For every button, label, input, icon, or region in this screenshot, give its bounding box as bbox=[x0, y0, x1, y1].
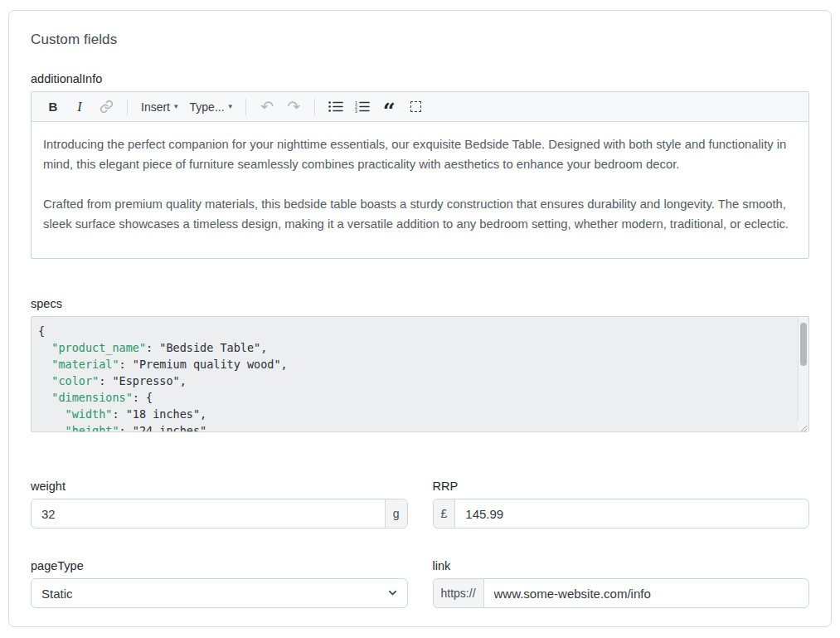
redo-button[interactable]: ↷ bbox=[283, 96, 304, 118]
protocol-addon: https:// bbox=[434, 579, 484, 607]
pagetype-select-wrap: Static bbox=[31, 578, 408, 608]
toolbar-divider bbox=[245, 99, 246, 115]
insert-menu-label: Insert bbox=[141, 100, 170, 114]
ordered-list-icon: 1 2 3 bbox=[355, 100, 370, 113]
rrp-label: RRP bbox=[433, 480, 810, 493]
svg-text:3: 3 bbox=[355, 109, 357, 113]
insert-menu-button[interactable]: Insert ▾ bbox=[138, 96, 182, 118]
undo-button[interactable]: ↶ bbox=[256, 96, 278, 118]
additionalinfo-label: additionalInfo bbox=[31, 72, 809, 85]
weight-input[interactable] bbox=[32, 499, 385, 528]
redo-icon: ↷ bbox=[287, 99, 300, 114]
pagetype-field-group: pageType Static bbox=[31, 559, 408, 608]
toolbar-divider bbox=[314, 99, 315, 115]
bullet-list-button[interactable] bbox=[325, 96, 347, 118]
specs-code[interactable]: { "product_name": "Bedside Table", "mate… bbox=[32, 317, 798, 431]
resize-grip[interactable] bbox=[798, 421, 808, 431]
link-input-group: https:// bbox=[433, 578, 810, 608]
field-row-1: weight g RRP £ bbox=[31, 480, 809, 528]
specs-scrollbar[interactable] bbox=[798, 317, 808, 431]
link-button[interactable] bbox=[95, 96, 117, 118]
ordered-list-button[interactable]: 1 2 3 bbox=[352, 96, 373, 118]
link-icon bbox=[100, 100, 114, 114]
weight-input-group: g bbox=[31, 499, 408, 528]
custom-fields-card: Custom fields additionalInfo B I Insert … bbox=[8, 10, 832, 627]
rrp-field-group: RRP £ bbox=[433, 480, 810, 528]
blockquote-button[interactable]: “ bbox=[378, 96, 400, 118]
pagetype-select[interactable]: Static bbox=[31, 578, 408, 608]
specs-editor[interactable]: { "product_name": "Bedside Table", "mate… bbox=[31, 316, 809, 432]
currency-addon: £ bbox=[434, 499, 456, 528]
weight-unit-addon: g bbox=[385, 499, 407, 528]
italic-button[interactable]: I bbox=[69, 96, 90, 118]
undo-icon: ↶ bbox=[260, 99, 274, 114]
blockquote-icon: “ bbox=[383, 107, 396, 115]
weight-field-group: weight g bbox=[31, 480, 408, 528]
editor-content[interactable]: Introducing the perfect companion for yo… bbox=[32, 122, 808, 258]
link-label: link bbox=[433, 559, 810, 572]
link-input[interactable] bbox=[484, 579, 808, 607]
rrp-input[interactable] bbox=[455, 499, 808, 528]
editor-paragraph: Introducing the perfect companion for yo… bbox=[43, 134, 797, 174]
editor-paragraph: Crafted from premium quality materials, … bbox=[43, 194, 797, 234]
embed-button[interactable] bbox=[405, 96, 426, 118]
page-title: Custom fields bbox=[31, 32, 809, 48]
type-menu-label: Type... bbox=[190, 100, 225, 114]
editor-toolbar: B I Insert ▾ Type... ▾ ↶ bbox=[32, 92, 808, 122]
dashed-box-icon bbox=[410, 101, 421, 112]
chevron-down-icon: ▾ bbox=[229, 103, 233, 110]
bullet-list-icon bbox=[328, 100, 343, 113]
pagetype-label: pageType bbox=[31, 559, 408, 572]
toolbar-divider bbox=[127, 99, 128, 115]
weight-label: weight bbox=[31, 480, 408, 493]
field-row-2: pageType Static link https:// bbox=[31, 559, 809, 608]
scrollbar-thumb[interactable] bbox=[800, 323, 807, 366]
link-field-group: link https:// bbox=[433, 559, 810, 608]
bold-button[interactable]: B bbox=[42, 96, 64, 118]
type-menu-button[interactable]: Type... ▾ bbox=[187, 96, 236, 118]
specs-label: specs bbox=[31, 297, 809, 310]
chevron-down-icon: ▾ bbox=[174, 103, 178, 110]
rrp-input-group: £ bbox=[433, 499, 810, 528]
rich-text-editor: B I Insert ▾ Type... ▾ ↶ bbox=[31, 91, 809, 259]
